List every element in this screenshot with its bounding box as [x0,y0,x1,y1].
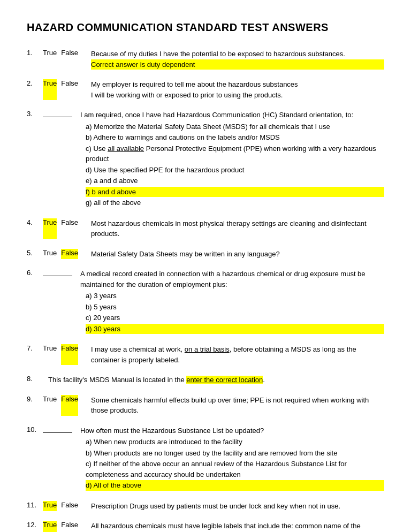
true-label: True [43,344,57,365]
true-false-area [43,375,48,385]
true-false-area [43,425,80,491]
list-item: a) Memorize the Material Safety Data She… [86,121,384,132]
list-item: b) When products are no longer used by t… [86,448,384,459]
qa-item: 2.TrueFalseMy employer is required to te… [27,79,384,100]
answer-text: Most hazardous chemicals in most physica… [91,218,384,239]
true-false-area [43,110,80,209]
list-item: g) all of the above [86,197,384,208]
answer-text: This facility's MSDS Manual is located i… [48,375,384,385]
page-title: HAZARD COMMUNICATION STANDARD TEST ANSWE… [27,21,384,34]
answer-content: I may use a chemical at work, on a trial… [91,344,384,365]
questions-section: 1.TrueFalseBecause of my duties I have t… [27,49,384,532]
list-item: d) 30 years [86,324,384,335]
answer-text: I may use a chemical at work, on a trial… [91,344,384,365]
answer-content: My employer is required to tell me about… [91,79,384,100]
qa-item: 7.TrueFalseI may use a chemical at work,… [27,344,384,365]
true-label: True [43,501,57,512]
qa-item: 5.TrueFalseMaterial Safety Data Sheets m… [27,249,384,260]
answer-content: A medical record created in connection w… [80,269,384,335]
question-number: 1. [27,49,43,70]
answer-text: All hazardous chemicals must have legibl… [91,521,384,532]
qa-item: 9.TrueFalseSome chemicals harmful effect… [27,395,384,416]
answer-text: Prescription Drugs used by patients must… [91,501,384,512]
question-number: 5. [27,249,43,260]
true-false-area: TrueFalse [43,344,91,365]
true-false-area: TrueFalse [43,501,91,512]
false-label: False [61,395,78,416]
answer-text: Correct answer is duty dependent [91,59,384,70]
true-false-area [43,269,80,335]
answer-text: Because of my duties I have the potentia… [91,49,384,59]
question-number: 11. [27,501,43,512]
answer-content: Most hazardous chemicals in most physica… [91,218,384,239]
question-number: 6. [27,269,43,335]
false-label: False [61,521,78,532]
question-number: 12. [27,521,43,532]
answer-content: Material Safety Data Sheets may be writt… [91,249,384,260]
true-false-area: TrueFalse [43,49,91,70]
question-number: 9. [27,395,43,416]
true-label: True [43,218,57,239]
list-item: b) Adhere to warnings and cautions on th… [86,132,384,143]
true-false-area: TrueFalse [43,249,91,260]
false-label: False [61,501,78,512]
list-item: c) Use all available Personal Protective… [86,143,384,164]
list-item: c) If neither of the above occur an annu… [86,459,384,480]
question-number: 4. [27,218,43,239]
false-label: False [61,218,78,239]
qa-item: 6.A medical record created in connection… [27,269,384,335]
qa-item: 4.TrueFalseMost hazardous chemicals in m… [27,218,384,239]
answer-list: a) Memorize the Material Safety Data She… [80,121,384,208]
answer-text: Material Safety Data Sheets may be writt… [91,249,384,260]
answer-text: I will be working with or exposed to pri… [91,90,384,101]
question-number: 7. [27,344,43,365]
false-label: False [61,344,78,365]
true-label: True [43,249,57,260]
qa-item: 1.TrueFalseBecause of my duties I have t… [27,49,384,70]
true-label: True [43,521,57,532]
answer-text: My employer is required to tell me about… [91,79,384,90]
question-number: 8. [27,375,43,385]
answer-list: a) When new products are introduced to t… [80,437,384,491]
answer-content: I am required, once I have had Hazardous… [80,110,384,209]
answer-content: Prescription Drugs used by patients must… [91,501,384,512]
answer-list: a) 3 yearsb) 5 yearsc) 20 yearsd) 30 yea… [80,291,384,334]
answer-text: How often must the Hazardous Substance L… [80,425,384,436]
answer-content: How often must the Hazardous Substance L… [80,425,384,491]
answer-text: A medical record created in connection w… [80,269,384,290]
answer-text: I am required, once I have had Hazardous… [80,110,384,120]
true-label: True [43,49,57,70]
blank-line [43,425,72,433]
true-false-area: TrueFalse [43,218,91,239]
true-label: True [43,79,57,100]
question-number: 10. [27,425,43,491]
true-false-area: TrueFalse [43,521,91,532]
answer-content: All hazardous chemicals must have legibl… [91,521,384,532]
true-false-area: TrueFalse [43,395,91,416]
blank-line [43,269,72,276]
true-false-area: TrueFalse [43,79,91,100]
answer-content: Because of my duties I have the potentia… [91,49,384,70]
blank-line [43,110,72,117]
qa-item: 11.TrueFalsePrescription Drugs used by p… [27,501,384,512]
question-number: 2. [27,79,43,100]
list-item: d) All of the above [86,480,384,491]
false-label: False [61,49,78,70]
true-label: True [43,395,57,416]
list-item: a) 3 years [86,291,384,301]
question-number: 3. [27,110,43,209]
answer-content: Some chemicals harmful effects build up … [91,395,384,416]
qa-item: 8.This facility's MSDS Manual is located… [27,375,384,385]
qa-item: 12.TrueFalseAll hazardous chemicals must… [27,521,384,532]
qa-item: 10.How often must the Hazardous Substanc… [27,425,384,491]
list-item: e) a and d above [86,176,384,186]
qa-item: 3.I am required, once I have had Hazardo… [27,110,384,209]
answer-text: Some chemicals harmful effects build up … [91,395,384,416]
list-item: a) When new products are introduced to t… [86,437,384,447]
false-label: False [61,249,78,260]
list-item: b) 5 years [86,302,384,313]
list-item: f) b and d above [86,187,384,197]
list-item: c) 20 years [86,313,384,323]
answer-content: This facility's MSDS Manual is located i… [48,375,384,385]
list-item: d) Use the specified PPE for the hazardo… [86,165,384,176]
